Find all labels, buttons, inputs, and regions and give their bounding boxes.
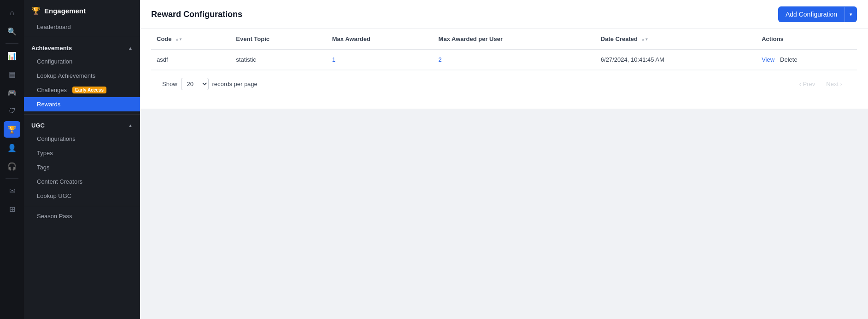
- sidebar: 🏆 Engagement Leaderboard Achievements ▲ …: [24, 0, 140, 319]
- sort-arrows-date[interactable]: ▲▼: [641, 38, 649, 41]
- sidebar-item-challenges[interactable]: Challenges Early Access: [24, 83, 140, 97]
- divider-1: [24, 37, 140, 37]
- cell-date-created: 6/27/2024, 10:41:45 AM: [595, 49, 756, 70]
- records-label: records per page: [212, 81, 258, 87]
- sidebar-item-ugc-tags[interactable]: Tags: [24, 160, 140, 174]
- cell-event-topic: statistic: [230, 49, 326, 70]
- search-icon[interactable]: 🔍: [4, 23, 20, 40]
- grid-icon[interactable]: ⊞: [4, 201, 20, 217]
- col-max-awarded: Max Awarded: [327, 29, 433, 49]
- add-configuration-button[interactable]: Add Configuration ▾: [778, 6, 857, 22]
- col-date-created[interactable]: Date Created ▲▼: [595, 29, 756, 49]
- season-pass-label: Season Pass: [37, 213, 72, 220]
- ugc-label: UGC: [31, 122, 45, 129]
- sidebar-item-leaderboard[interactable]: Leaderboard: [24, 20, 140, 34]
- reward-configurations-table: Code ▲▼ Event Topic Max Awarded Max Awar…: [151, 29, 857, 70]
- sidebar-trophy-icon: 🏆: [31, 6, 41, 15]
- main-content: Reward Configurations Add Configuration …: [140, 0, 868, 319]
- col-code-label: Code: [157, 35, 172, 42]
- col-date-created-label: Date Created: [601, 35, 638, 42]
- col-actions-label: Actions: [762, 35, 784, 42]
- ugc-types-label: Types: [37, 150, 53, 157]
- cell-max-awarded[interactable]: 1: [327, 49, 433, 70]
- col-max-awarded-label: Max Awarded: [332, 35, 370, 42]
- add-config-chevron-icon[interactable]: ▾: [845, 7, 857, 22]
- delete-action-link[interactable]: Delete: [780, 56, 798, 63]
- achievements-label: Achievements: [31, 45, 72, 52]
- show-label: Show: [162, 81, 177, 87]
- ugc-chevron: ▲: [128, 123, 133, 128]
- col-code[interactable]: Code ▲▼: [151, 29, 230, 49]
- challenges-label: Challenges: [37, 87, 67, 93]
- message-icon[interactable]: ✉: [4, 182, 20, 199]
- col-event-topic: Event Topic: [230, 29, 326, 49]
- col-actions: Actions: [756, 29, 857, 49]
- user-icon[interactable]: 👤: [4, 139, 20, 156]
- achievements-chevron: ▲: [128, 46, 133, 51]
- cell-max-awarded-per-user[interactable]: 2: [433, 49, 595, 70]
- sidebar-item-season-pass[interactable]: Season Pass: [24, 209, 140, 223]
- sidebar-item-rewards[interactable]: Rewards: [24, 97, 140, 111]
- leaderboard-label: Leaderboard: [37, 23, 71, 30]
- sort-arrows-code[interactable]: ▲▼: [175, 38, 182, 41]
- sidebar-item-lookup-ugc[interactable]: Lookup UGC: [24, 189, 140, 203]
- shield-icon[interactable]: 🛡: [4, 103, 20, 119]
- sidebar-item-lookup-achievements[interactable]: Lookup Achievements: [24, 69, 140, 83]
- app-title-label: Engagement: [44, 7, 86, 15]
- sidebar-item-configuration[interactable]: Configuration: [24, 54, 140, 69]
- table-container: Code ▲▼ Event Topic Max Awarded Max Awar…: [140, 29, 868, 109]
- add-config-label: Add Configuration: [778, 6, 845, 22]
- divider-3: [24, 206, 140, 206]
- pagination-bar: Show 20 10 50 100 records per page ‹ Pre…: [151, 70, 857, 98]
- prev-button[interactable]: ‹ Prev: [796, 79, 819, 89]
- layers-icon[interactable]: ▤: [4, 66, 20, 82]
- chart-icon[interactable]: 📊: [4, 47, 20, 64]
- trophy-rail-icon[interactable]: 🏆: [4, 121, 20, 138]
- table-header-row: Code ▲▼ Event Topic Max Awarded Max Awar…: [151, 29, 857, 49]
- config-label: Configuration: [37, 58, 72, 65]
- lookup-ugc-label: Lookup UGC: [37, 192, 71, 199]
- ugc-tags-label: Tags: [37, 164, 49, 171]
- page-header: Reward Configurations Add Configuration …: [140, 0, 868, 29]
- sidebar-app-title[interactable]: 🏆 Engagement: [24, 0, 140, 20]
- pagination-nav: ‹ Prev Next ›: [796, 79, 846, 89]
- rewards-label: Rewards: [37, 101, 60, 108]
- table-row: asdf statistic 1 2 6/27/2024, 10:41:45 A…: [151, 49, 857, 70]
- ugc-section-header[interactable]: UGC ▲: [24, 117, 140, 132]
- sidebar-item-ugc-types[interactable]: Types: [24, 146, 140, 160]
- icon-rail: ⌂ 🔍 📊 ▤ 🎮 🛡 🏆 👤 🎧 ✉ ⊞: [0, 0, 24, 319]
- next-button[interactable]: Next ›: [822, 79, 846, 89]
- cell-code: asdf: [151, 49, 230, 70]
- view-action-link[interactable]: View: [762, 56, 774, 63]
- home-icon[interactable]: ⌂: [4, 5, 20, 21]
- gamepad-icon[interactable]: 🎮: [4, 84, 20, 101]
- headset-icon[interactable]: 🎧: [4, 158, 20, 174]
- col-max-awarded-per-user: Max Awarded per User: [433, 29, 595, 49]
- content-creators-label: Content Creators: [37, 178, 82, 185]
- early-access-badge: Early Access: [72, 87, 106, 93]
- rail-divider-1: [6, 43, 18, 44]
- col-max-awarded-per-user-label: Max Awarded per User: [439, 35, 503, 42]
- page-title: Reward Configurations: [151, 10, 242, 19]
- sidebar-item-ugc-configurations[interactable]: Configurations: [24, 132, 140, 146]
- ugc-configurations-label: Configurations: [37, 135, 76, 142]
- rail-divider-2: [6, 178, 18, 179]
- lookup-label: Lookup Achievements: [37, 72, 95, 79]
- cell-actions: View Delete: [756, 49, 857, 70]
- sidebar-item-content-creators[interactable]: Content Creators: [24, 174, 140, 189]
- col-event-topic-label: Event Topic: [236, 35, 270, 42]
- divider-2: [24, 114, 140, 115]
- achievements-section-header[interactable]: Achievements ▲: [24, 40, 140, 54]
- per-page-select[interactable]: 20 10 50 100: [181, 78, 209, 90]
